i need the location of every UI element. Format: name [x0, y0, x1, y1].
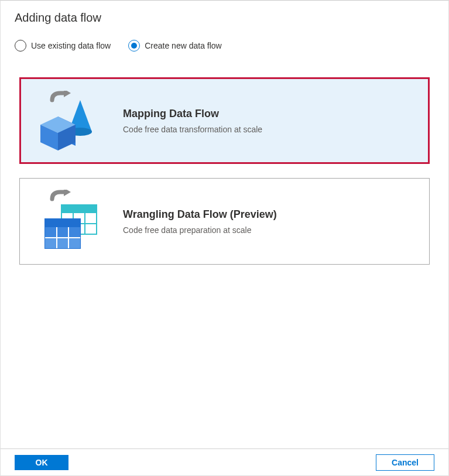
- cancel-button[interactable]: Cancel: [376, 454, 434, 471]
- radio-use-existing[interactable]: Use existing data flow: [15, 40, 111, 52]
- dialog-body: Adding data flow Use existing data flow …: [1, 1, 448, 265]
- ok-button[interactable]: OK: [15, 455, 68, 470]
- radio-label: Use existing data flow: [31, 41, 111, 50]
- radio-group: Use existing data flow Create new data f…: [15, 40, 434, 52]
- card-list: Mapping Data Flow Code free data transfo…: [15, 77, 434, 265]
- svg-marker-0: [64, 91, 71, 97]
- card-description: Code free data transformation at scale: [123, 125, 262, 134]
- card-text: Wrangling Data Flow (Preview) Code free …: [123, 208, 277, 235]
- svg-rect-9: [61, 205, 97, 213]
- radio-dot-icon: [131, 43, 137, 49]
- card-text: Mapping Data Flow Code free data transfo…: [123, 108, 262, 134]
- wrangling-data-flow-icon: [35, 189, 105, 254]
- svg-rect-14: [45, 219, 80, 227]
- svg-rect-18: [45, 227, 80, 238]
- card-description: Code free data preparation at scale: [123, 225, 277, 235]
- mapping-data-flow-icon: [35, 88, 105, 153]
- radio-circle-icon: [15, 40, 26, 52]
- radio-create-new[interactable]: Create new data flow: [128, 40, 222, 52]
- card-title: Mapping Data Flow: [123, 108, 262, 120]
- radio-circle-icon: [128, 40, 140, 52]
- svg-marker-7: [64, 190, 71, 196]
- svg-rect-19: [45, 238, 80, 248]
- dialog-title: Adding data flow: [15, 11, 434, 25]
- card-title: Wrangling Data Flow (Preview): [123, 208, 277, 221]
- card-mapping-data-flow[interactable]: Mapping Data Flow Code free data transfo…: [19, 77, 430, 164]
- radio-label: Create new data flow: [145, 41, 222, 50]
- dialog-footer: OK Cancel: [1, 448, 448, 475]
- card-wrangling-data-flow[interactable]: Wrangling Data Flow (Preview) Code free …: [19, 178, 430, 265]
